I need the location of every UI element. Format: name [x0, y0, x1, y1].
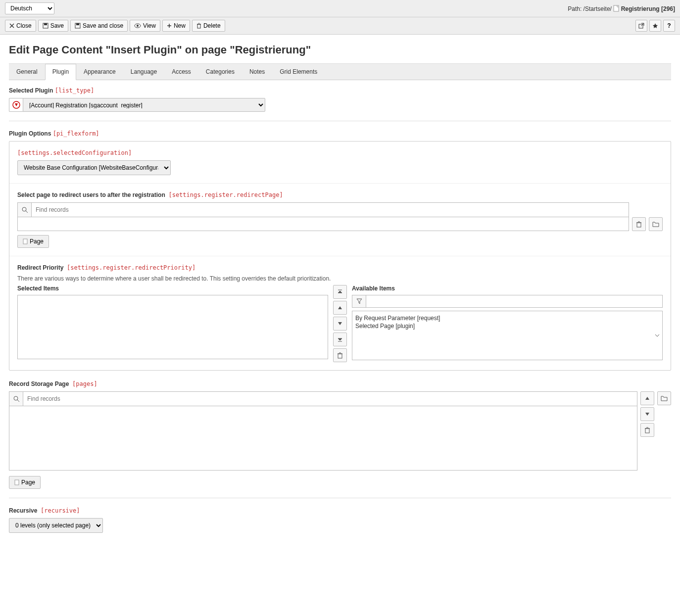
redirect-priority-section: Redirect Priority [settings.register.red… [9, 256, 671, 370]
move-down-button[interactable] [333, 317, 347, 331]
page-title: Edit Page Content "Insert Plugin" on pag… [0, 35, 680, 63]
tabs: General Plugin Appearance Language Acces… [9, 63, 671, 80]
redirect-selected-input[interactable] [17, 217, 629, 231]
language-select[interactable]: Deutsch [5, 2, 54, 14]
eye-icon [134, 23, 141, 28]
tab-notes[interactable]: Notes [242, 64, 272, 80]
storage-delete-button[interactable] [640, 423, 654, 437]
divider [9, 121, 671, 121]
redirect-browse-button[interactable] [649, 217, 663, 231]
available-items-label: Available Items [352, 285, 663, 292]
chevron-down-icon[interactable] [652, 311, 662, 360]
available-filter-input[interactable] [366, 295, 663, 308]
redirect-search-input[interactable] [31, 202, 629, 217]
topbar: Deutsch Path: /Startseite/ Registrierung… [0, 0, 680, 17]
redirect-page-button[interactable]: Page [17, 235, 49, 248]
tab-grid-elements[interactable]: Grid Elements [272, 64, 325, 80]
svg-rect-2 [44, 23, 47, 25]
breadcrumb: Path: /Startseite/ Registrierung [296] [568, 5, 675, 12]
tab-categories[interactable]: Categories [198, 64, 242, 80]
storage-section: Record Storage Page [pages] [9, 380, 671, 489]
save-close-button[interactable]: Save and close [70, 20, 128, 32]
folder-icon [652, 221, 659, 227]
close-label: Close [16, 22, 32, 29]
move-up-button[interactable] [333, 301, 347, 315]
plus-icon [167, 23, 172, 28]
delete-button[interactable]: Delete [192, 20, 225, 32]
move-top-button[interactable] [333, 285, 347, 299]
save-close-icon [75, 23, 81, 29]
path-current: Registrierung [296] [621, 5, 675, 12]
save-icon [43, 23, 49, 29]
delete-label: Delete [203, 22, 221, 29]
plugin-type-icon [9, 98, 23, 112]
recursive-section: Recursive [recursive] 0 levels (only sel… [9, 507, 671, 533]
config-section: [settings.selectedConfiguration] Website… [9, 142, 671, 184]
tab-access[interactable]: Access [164, 64, 198, 80]
storage-list[interactable] [9, 406, 637, 471]
bookmark-button[interactable] [649, 20, 661, 32]
redirect-page-label: Select page to redirect users to after t… [17, 191, 663, 198]
storage-search-input[interactable] [23, 391, 637, 406]
storage-browse-button[interactable] [657, 391, 671, 405]
recursive-label: Recursive [recursive] [9, 507, 671, 514]
view-label: View [143, 22, 156, 29]
svg-rect-12 [23, 239, 27, 244]
storage-move-down-button[interactable] [640, 407, 654, 421]
tab-general[interactable]: General [9, 64, 45, 80]
star-icon [652, 23, 658, 29]
config-select[interactable]: Website Base Configuration [WebsiteBaseC… [17, 160, 171, 175]
svg-rect-15 [645, 428, 649, 433]
redirect-priority-label: Redirect Priority [settings.register.red… [17, 264, 663, 271]
help-button[interactable]: ? [663, 20, 675, 32]
remove-item-button[interactable] [333, 348, 347, 362]
save-close-label: Save and close [83, 22, 123, 29]
page-icon [613, 5, 621, 12]
svg-rect-16 [15, 480, 19, 485]
external-link-icon [638, 23, 644, 29]
view-button[interactable]: View [130, 20, 160, 32]
redirect-delete-button[interactable] [632, 217, 646, 231]
new-button[interactable]: New [162, 20, 190, 32]
share-button[interactable] [635, 20, 647, 32]
svg-point-10 [22, 207, 26, 211]
storage-page-button[interactable]: Page [9, 476, 41, 489]
close-icon [9, 23, 14, 28]
redirect-priority-help: There are various ways to determine wher… [17, 275, 663, 282]
new-label: New [174, 22, 186, 29]
tab-appearance[interactable]: Appearance [76, 64, 123, 80]
trash-icon [196, 23, 201, 29]
move-bottom-button[interactable] [333, 332, 347, 346]
recursive-select[interactable]: 0 levels (only selected page) [0] [9, 518, 103, 533]
available-item[interactable]: By Request Parameter [request] [355, 314, 649, 322]
tab-language[interactable]: Language [123, 64, 164, 80]
svg-rect-13 [338, 354, 342, 358]
redirect-page-section: Select page to redirect users to after t… [9, 184, 671, 256]
storage-move-up-button[interactable] [640, 391, 654, 405]
search-icon [9, 391, 23, 406]
selected-items-label: Selected Items [17, 285, 328, 292]
save-button[interactable]: Save [38, 20, 68, 32]
toolbar: Close Save Save and close View New Delet… [0, 17, 680, 35]
selected-items-list[interactable] [17, 295, 328, 359]
save-label: Save [50, 22, 64, 29]
tab-plugin[interactable]: Plugin [45, 64, 76, 80]
divider [9, 498, 671, 498]
svg-point-6 [137, 25, 139, 27]
svg-rect-0 [614, 5, 619, 11]
svg-rect-4 [76, 23, 79, 25]
page-icon [14, 479, 19, 485]
path-root-link[interactable]: /Startseite/ [583, 5, 612, 12]
svg-rect-7 [197, 24, 200, 28]
content: Selected Plugin [list_type] [Account] Re… [0, 80, 680, 540]
available-item[interactable]: Selected Page [plugin] [355, 322, 649, 330]
svg-point-14 [14, 396, 18, 400]
selected-plugin-select[interactable]: [Account] Registration [sgaccount_regist… [23, 98, 265, 112]
page-icon [23, 238, 28, 244]
config-code: [settings.selectedConfiguration] [17, 149, 132, 156]
search-icon [17, 202, 31, 217]
storage-label: Record Storage Page [pages] [9, 380, 671, 387]
close-button[interactable]: Close [5, 20, 36, 32]
selected-plugin-label: Selected Plugin [list_type] [9, 87, 671, 94]
available-items-list[interactable]: By Request Parameter [request] Selected … [352, 311, 663, 360]
